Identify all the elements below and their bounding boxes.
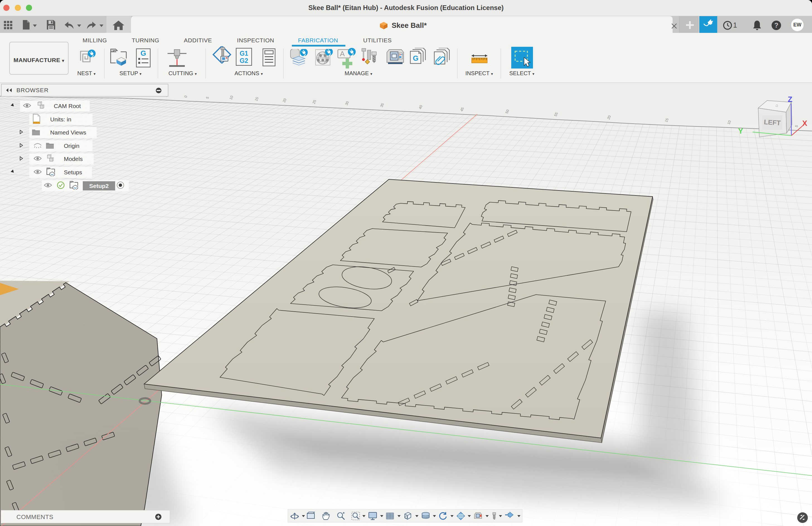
svg-text:X: X <box>802 119 807 127</box>
svg-text:Z: Z <box>788 95 793 104</box>
svg-text:G1: G1 <box>240 50 248 57</box>
svg-text:A: A <box>340 49 345 58</box>
svg-text:LEFT: LEFT <box>764 118 781 127</box>
svg-text:G: G <box>141 49 146 57</box>
svg-text:Y: Y <box>738 127 743 135</box>
svg-text:G2: G2 <box>240 57 248 64</box>
svg-text:G: G <box>413 54 418 62</box>
svg-text:?: ? <box>774 21 779 29</box>
